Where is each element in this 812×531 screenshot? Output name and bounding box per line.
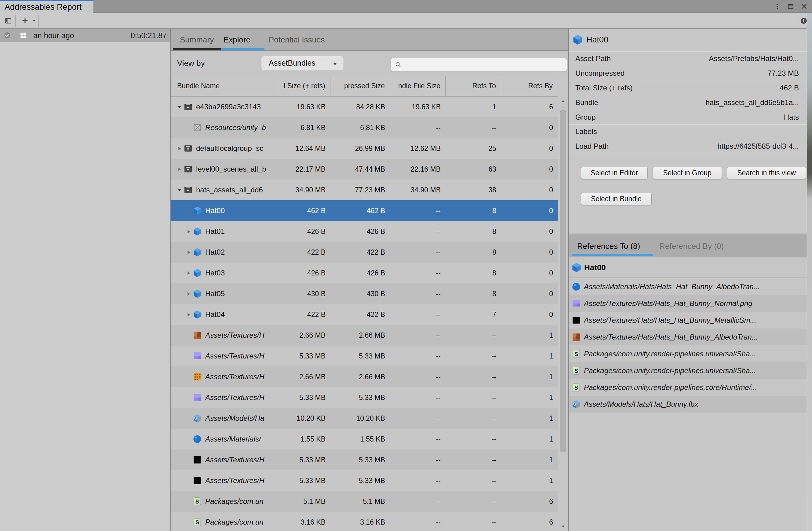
column-header[interactable]: ndle File Size xyxy=(390,76,446,96)
checkmark-icon[interactable] xyxy=(3,31,12,40)
table-row[interactable]: Assets/Textures/H5.33 MB5.33 MB----1 xyxy=(171,470,558,491)
reference-list-item[interactable]: Assets/Textures/Hats/Hats_Hat_Bunny_Meta… xyxy=(569,312,807,328)
value-cell: 63 xyxy=(446,159,501,179)
table-row[interactable]: Assets/Textures/H5.33 MB5.33 MB----1 xyxy=(171,346,558,366)
table-row[interactable]: Hat03426 B426 B--80 xyxy=(171,263,558,283)
value-cell: 426 B xyxy=(274,263,330,283)
scroll-down-icon[interactable] xyxy=(558,522,568,531)
prefab-icon xyxy=(572,34,583,45)
tab-potential-issues[interactable]: Potential Issues xyxy=(269,29,325,51)
expand-arrow-icon[interactable] xyxy=(184,208,193,214)
expand-arrow-icon[interactable] xyxy=(175,146,184,151)
tab-referenced-by[interactable]: Referenced By (0) xyxy=(659,234,724,258)
expand-arrow-icon[interactable] xyxy=(184,270,193,276)
reference-list-item[interactable]: Assets/Models/Hats/Hat_Bunny.fbx xyxy=(569,396,807,413)
reference-list-item[interactable]: SPackages/com.unity.render-pipelines.cor… xyxy=(569,379,807,396)
scrollbar-thumb[interactable] xyxy=(560,110,566,452)
search-in-this-view-button[interactable]: Search in this view xyxy=(727,167,806,179)
table-row[interactable]: Hat02422 B422 B--80 xyxy=(171,242,558,263)
table-row[interactable]: Assets/Textures/H5.33 MB5.33 MB----1 xyxy=(171,387,558,408)
maximize-icon[interactable] xyxy=(787,3,794,10)
collapse-arrow-icon[interactable] xyxy=(175,187,184,193)
value-cell: 5.33 MB xyxy=(274,346,330,366)
bundle-name-cell: Assets/Textures/H xyxy=(171,470,274,491)
expand-arrow-icon[interactable] xyxy=(184,312,193,318)
bundle-name-cell: Hat05 xyxy=(171,283,274,304)
search-input[interactable] xyxy=(402,58,567,72)
tab-explore[interactable]: Explore xyxy=(223,29,250,51)
value-cell: -- xyxy=(446,366,501,387)
table-row[interactable]: Assets/Textures/H5.33 MB5.33 MB----1 xyxy=(171,449,558,470)
table-row[interactable]: defaultlocalgroup_sc12.64 MB26.99 MB12.6… xyxy=(171,138,558,159)
detail-field-row: Asset PathAssets/Prefabs/Hats/Hat0... xyxy=(569,51,807,66)
field-value: Hats xyxy=(784,113,807,121)
column-header[interactable]: Refs By xyxy=(501,76,558,96)
tex-black-icon xyxy=(193,476,202,485)
column-header[interactable]: pressed Size xyxy=(330,76,390,96)
value-cell: -- xyxy=(390,512,446,531)
select-in-bundle-button[interactable]: Select in Bundle xyxy=(581,193,652,205)
report-list-item[interactable]: an hour ago 0:50:21.87 xyxy=(0,29,170,42)
sidebar-toggle-icon[interactable] xyxy=(4,16,13,25)
field-label: Labels xyxy=(569,127,597,136)
value-cell: 1 xyxy=(446,97,501,117)
table-scrollbar[interactable] xyxy=(558,97,568,531)
value-cell: 0 xyxy=(501,138,558,159)
reference-path: Assets/Textures/Hats/Hats_Hat_Bunny_Norm… xyxy=(584,299,752,308)
expand-arrow-icon[interactable] xyxy=(184,291,193,297)
tab-summary[interactable]: Summary xyxy=(180,29,214,51)
reference-list-item[interactable]: Assets/Textures/Hats/Hats_Hat_Bunny_Norm… xyxy=(569,295,807,312)
table-row[interactable]: SPackages/com.un3.16 KB3.16 KB----6 xyxy=(171,512,558,531)
select-in-group-button[interactable]: Select in Group xyxy=(653,167,722,179)
field-value: 77.23 MB xyxy=(767,69,807,77)
expand-arrow-icon[interactable] xyxy=(184,249,193,255)
table-row[interactable]: Hat05430 B430 B--80 xyxy=(171,283,558,304)
expand-arrow-icon[interactable] xyxy=(184,229,193,235)
table-row[interactable]: SPackages/com.un5.1 MB5.1 MB----6 xyxy=(171,491,558,512)
value-cell: -- xyxy=(390,304,446,325)
value-cell: 3.16 KB xyxy=(274,512,330,531)
column-header[interactable]: l Size (+ refs) xyxy=(274,76,330,96)
field-label: Load Path xyxy=(569,142,609,150)
row-name: Resources/unity_b xyxy=(205,123,266,132)
tex-black-icon xyxy=(572,316,581,325)
table-row[interactable]: Assets/Textures/H2.66 MB2.66 MB----1 xyxy=(171,325,558,346)
close-icon[interactable] xyxy=(800,3,808,10)
table-row[interactable]: level00_scenes_all_b22.17 MB47.44 MB22.1… xyxy=(171,159,558,179)
table-row[interactable]: Hat01426 B426 B--80 xyxy=(171,221,558,242)
table-row[interactable]: Assets/Textures/H2.66 MB2.66 MB----1 xyxy=(171,366,558,387)
view-by-dropdown[interactable]: AssetBundles xyxy=(261,56,344,70)
search-field[interactable] xyxy=(391,58,567,72)
value-cell: 426 B xyxy=(330,221,390,242)
collapse-arrow-icon[interactable] xyxy=(175,104,184,110)
table-row[interactable]: Assets/Materials/1.55 KB1.55 KB----1 xyxy=(171,429,558,449)
reference-list-item[interactable]: Assets/Textures/Hats/Hats_Hat_Bunny_Albe… xyxy=(569,328,807,345)
value-cell: 6.81 KB xyxy=(274,117,330,138)
value-cell: 8 xyxy=(446,242,501,263)
window-title: Addressables Report xyxy=(4,2,82,12)
reference-list-item[interactable]: SPackages/com.unity.render-pipelines.uni… xyxy=(569,362,807,379)
add-report-button[interactable] xyxy=(21,17,37,25)
svg-text:S: S xyxy=(575,368,578,374)
column-header[interactable]: Bundle Name xyxy=(171,76,274,96)
detail-field-row: Total Size (+ refs)462 B xyxy=(569,81,807,95)
table-row[interactable]: hats_assets_all_dd634.90 MB77.23 MB34.90… xyxy=(171,179,558,200)
svg-text:S: S xyxy=(195,499,199,505)
scroll-up-icon[interactable] xyxy=(558,97,568,106)
document-tab-addressables-report[interactable]: Addressables Report xyxy=(0,0,93,13)
table-header: Bundle Namel Size (+ refs)pressed Sizend… xyxy=(171,76,558,97)
row-name: Assets/Textures/H xyxy=(205,331,264,340)
column-header[interactable]: Refs To xyxy=(446,76,501,96)
kebab-menu-icon[interactable] xyxy=(773,3,781,10)
select-in-editor-button[interactable]: Select in Editor xyxy=(581,167,648,179)
table-row[interactable]: Hat04422 B422 B--70 xyxy=(171,304,558,325)
reference-list-item[interactable]: SPackages/com.unity.render-pipelines.uni… xyxy=(569,345,807,362)
table-row[interactable]: Resources/unity_b6.81 KB6.81 KB----0 xyxy=(171,117,558,138)
value-cell: 34.90 MB xyxy=(390,179,446,200)
reference-list-item[interactable]: Assets/Materials/Hats/Hats_Hat_Bunny_Alb… xyxy=(569,278,807,295)
table-row[interactable]: Assets/Models/Ha10.20 KB10.20 KB----1 xyxy=(171,408,558,429)
table-row[interactable]: e43ba2699a3c314319.63 KB84.28 KB19.63 KB… xyxy=(171,97,558,117)
expand-arrow-icon[interactable] xyxy=(175,166,184,172)
row-name: Hat04 xyxy=(205,310,225,319)
table-row[interactable]: Hat00462 B462 B--80 xyxy=(171,200,558,221)
